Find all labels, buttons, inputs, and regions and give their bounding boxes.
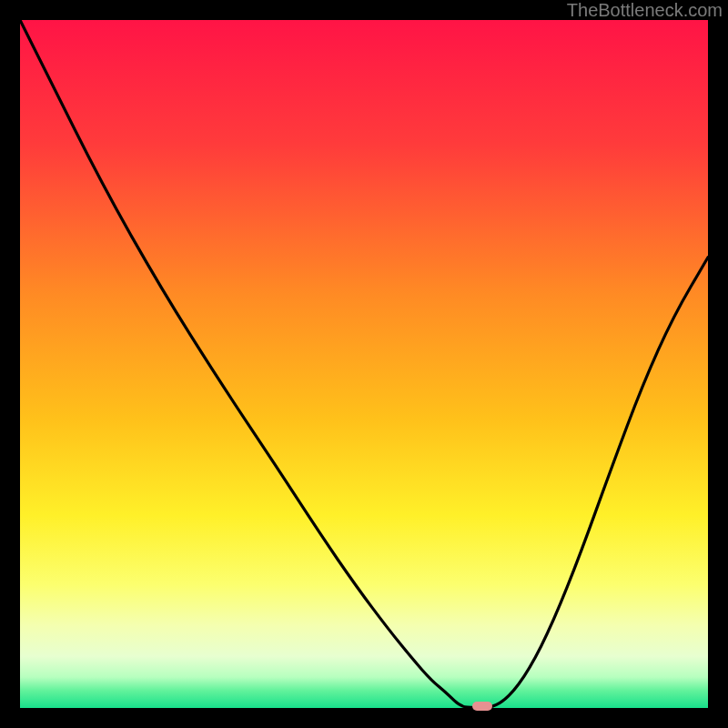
source-credit: TheBottleneck.com <box>567 0 723 21</box>
optimal-marker <box>472 702 492 711</box>
frame: TheBottleneck.com <box>0 0 728 728</box>
bottleneck-curve <box>20 20 708 708</box>
bottleneck-curve-svg <box>20 20 708 708</box>
